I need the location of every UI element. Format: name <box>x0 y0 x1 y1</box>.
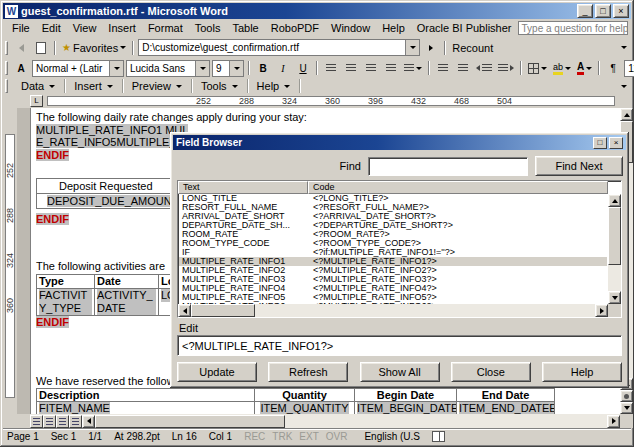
dialog-button[interactable]: Refresh <box>268 362 348 382</box>
zoom-combo[interactable]: 110% <box>624 60 634 77</box>
items-cell[interactable]: ITEM_BEGIN_DATE <box>355 402 457 414</box>
menu-item[interactable]: Help <box>376 21 411 35</box>
bold-button[interactable]: B <box>254 59 272 77</box>
highlight-button[interactable]: ab <box>551 59 573 77</box>
tab-stop-selector[interactable]: L <box>30 95 43 107</box>
activity-cell[interactable]: FACTIVITY_TYPE <box>37 289 95 316</box>
borders-button[interactable] <box>526 59 549 77</box>
items-cell[interactable]: FITEM_NAME <box>37 402 255 414</box>
close-button[interactable]: × <box>613 4 629 18</box>
list-scroll-left-button[interactable] <box>178 304 191 317</box>
address-combo[interactable]: D:\customize\guest_confirmation.rtf <box>138 39 420 56</box>
align-center-button[interactable] <box>342 59 360 77</box>
back-button[interactable] <box>12 39 30 57</box>
toolbar-options-button[interactable] <box>619 85 629 88</box>
menu-item[interactable]: Format <box>142 21 189 35</box>
style-combo[interactable]: Normal + (Latir <box>32 60 124 77</box>
dialog-button[interactable]: Help <box>542 362 622 382</box>
list-vscroll-thumb[interactable] <box>608 207 621 265</box>
line-spacing-button[interactable] <box>402 59 424 77</box>
horizontal-scrollbar[interactable] <box>3 414 620 428</box>
column-header-code[interactable]: Code <box>308 181 608 194</box>
minimize-button[interactable]: _ <box>577 4 593 18</box>
style-dropdown[interactable] <box>109 61 123 76</box>
menu-item[interactable]: File <box>6 21 36 35</box>
dialog-titlebar[interactable]: Field Browser □ × <box>173 135 626 150</box>
toolbar-grip[interactable] <box>5 79 8 93</box>
menu-item[interactable]: RoboPDF <box>265 21 325 35</box>
bullets-button[interactable] <box>454 59 472 77</box>
scroll-left-button[interactable] <box>82 415 95 428</box>
field-list-row[interactable]: ROOM_RATE<?ROOM_RATE?> <box>179 230 607 239</box>
print-layout-button[interactable] <box>56 415 69 428</box>
align-left-button[interactable] <box>322 59 340 77</box>
field-list-row[interactable]: LONG_TITLE<?LONG_TITLE?> <box>179 194 607 203</box>
menu-item[interactable]: Insert <box>102 21 142 35</box>
recount-button[interactable]: Recount <box>450 39 495 57</box>
menu-item[interactable]: Table <box>226 21 264 35</box>
menu-item[interactable]: Edit <box>36 21 67 35</box>
dialog-restore-button[interactable]: □ <box>593 137 607 149</box>
underline-button[interactable]: U <box>294 59 312 77</box>
menu-item[interactable]: Window <box>325 21 376 35</box>
web-layout-button[interactable] <box>43 415 56 428</box>
bi-toolbar-menu[interactable]: Data <box>12 79 65 93</box>
horizontal-scroll-thumb[interactable] <box>95 415 285 428</box>
list-scroll-down-button[interactable] <box>608 291 621 304</box>
list-scroll-up-button[interactable] <box>608 194 621 207</box>
menu-item[interactable]: Oracle BI Publisher <box>411 21 518 35</box>
scroll-right-button[interactable] <box>607 415 620 428</box>
toolbar-options-button[interactable] <box>619 46 629 49</box>
font-size-dropdown[interactable] <box>229 61 243 76</box>
normal-view-button[interactable] <box>30 415 43 428</box>
select-browse-object-button[interactable] <box>620 390 633 402</box>
bi-toolbar-menu[interactable]: Preview <box>123 79 192 93</box>
toolbar-grip[interactable] <box>5 61 8 75</box>
find-next-button[interactable]: Find Next <box>535 156 623 176</box>
outline-view-button[interactable] <box>69 415 82 428</box>
title-bar[interactable]: W guest_confirmation.rtf - Microsoft Wor… <box>3 3 631 19</box>
list-hscroll-thumb[interactable] <box>191 304 255 317</box>
toolbar-grip[interactable] <box>5 41 8 55</box>
decrease-indent-button[interactable] <box>474 59 494 77</box>
dialog-button[interactable]: Show All <box>360 362 440 382</box>
favorites-button[interactable]: ★ Favorites <box>60 39 128 57</box>
show-marks-button[interactable]: ¶ <box>604 59 622 77</box>
find-input[interactable] <box>368 157 528 176</box>
status-flag[interactable]: EXT <box>299 431 318 442</box>
field-list-row[interactable]: MULTIPLE_RATE_INFO1<?MULTIPLE_RATE_INFO1… <box>179 257 607 266</box>
question-box[interactable]: Type a question for help <box>518 21 628 35</box>
list-horizontal-scrollbar[interactable] <box>178 304 608 317</box>
bi-toolbar-menu[interactable]: Tools <box>192 79 248 93</box>
font-size-combo[interactable]: 9 <box>212 60 244 77</box>
font-color-button[interactable]: A <box>575 59 594 77</box>
field-list-row[interactable]: ROOM_TYPE_CODE<?ROOM_TYPE_CODE?> <box>179 239 607 248</box>
field-list-row[interactable]: ARRIVAL_DATE_SHORT<?ARRIVAL_DATE_SHORT?> <box>179 212 607 221</box>
font-combo[interactable]: Lucida Sans <box>126 60 210 77</box>
field-list-row[interactable]: DEPARTURE_DATE_SH...<?DEPARTURE_DATE_SHO… <box>179 221 607 230</box>
edit-input[interactable] <box>177 335 622 356</box>
align-right-button[interactable] <box>362 59 380 77</box>
list-scroll-right-button[interactable] <box>595 304 608 317</box>
styles-and-formatting-button[interactable]: A <box>12 59 30 77</box>
italic-button[interactable]: I <box>274 59 292 77</box>
scroll-up-button[interactable] <box>620 108 633 121</box>
dialog-button[interactable]: Update <box>177 362 257 382</box>
column-header-text[interactable]: Text <box>178 181 308 194</box>
items-cell[interactable]: ITEM_QUANTITY <box>255 402 355 414</box>
menu-item[interactable]: Tools <box>189 21 227 35</box>
field-list-row[interactable]: MULTIPLE_RATE_INFO5<?MULTIPLE_RATE_INFO5… <box>179 293 607 302</box>
field-list-row[interactable]: IF<?if:MULTIPLE_RATE_INFO1!=''?> <box>179 248 607 257</box>
dialog-close-button[interactable]: × <box>609 137 623 149</box>
dialog-button[interactable]: Close <box>451 362 531 382</box>
bi-toolbar-menu[interactable]: Insert <box>65 79 123 93</box>
browse-next-button[interactable] <box>620 402 633 414</box>
go-button[interactable] <box>422 39 440 57</box>
bi-toolbar-menu[interactable]: Help <box>248 79 301 93</box>
font-dropdown[interactable] <box>195 61 209 76</box>
field-list-row[interactable]: MULTIPLE_RATE_INFO4<?MULTIPLE_RATE_INFO4… <box>179 284 607 293</box>
status-flag[interactable]: OVR <box>326 431 348 442</box>
spelling-status-icon[interactable] <box>432 431 445 442</box>
menu-item[interactable]: View <box>67 21 103 35</box>
restore-button[interactable]: □ <box>595 4 611 18</box>
